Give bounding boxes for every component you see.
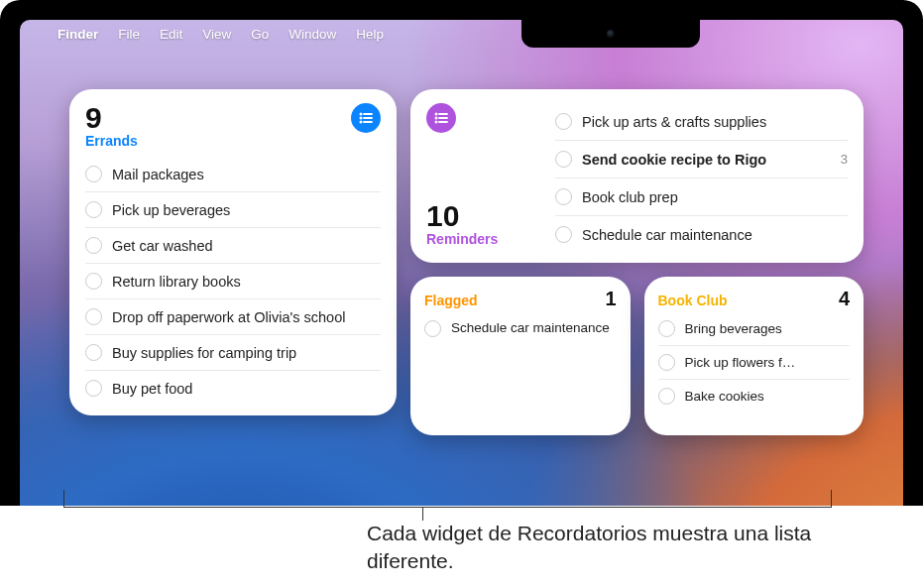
widget-header: 10 Reminders — [426, 103, 545, 253]
radio-icon[interactable] — [555, 188, 572, 205]
radio-icon[interactable] — [555, 226, 572, 243]
reminder-text: Buy pet food — [112, 381, 381, 397]
radio-icon[interactable] — [658, 320, 675, 337]
widgets-area: 9 Errands M — [69, 89, 864, 449]
bookclub-count: 4 — [839, 289, 850, 308]
reminder-item[interactable]: Bake cookies — [658, 380, 851, 412]
errands-count: 9 — [85, 103, 138, 133]
menubar-item-go[interactable]: Go — [251, 27, 269, 42]
svg-point-2 — [360, 117, 361, 118]
bookclub-list-name: Book Club — [658, 293, 728, 308]
svg-point-0 — [360, 113, 361, 114]
reminder-item[interactable]: Pick up arts & crafts supplies — [555, 103, 848, 141]
reminder-text: Mail packages — [112, 167, 381, 182]
desktop-wallpaper: Finder File Edit View Go Window Help 9 E… — [20, 20, 903, 506]
reminder-item[interactable]: Mail packages — [85, 157, 381, 192]
flagged-items: Schedule car maintenance — [424, 312, 617, 345]
reminder-text: Return library books — [112, 274, 381, 290]
reminder-item[interactable]: Send cookie recipe to Rigo3 — [555, 141, 848, 178]
radio-icon[interactable] — [85, 380, 102, 397]
radio-icon[interactable] — [85, 344, 102, 361]
menubar-item-view[interactable]: View — [202, 27, 231, 42]
widget-header: 9 Errands — [85, 103, 381, 149]
small-widgets-row: Flagged 1 Schedule car maintenance Book … — [410, 277, 864, 435]
reminder-text: Get car washed — [112, 238, 381, 254]
menubar-item-file[interactable]: File — [118, 27, 140, 42]
reminder-item[interactable]: Bring beverages — [658, 312, 851, 346]
widget-bookclub[interactable]: Book Club 4 Bring beverages Pick up flow… — [644, 277, 865, 435]
menubar-item-help[interactable]: Help — [356, 27, 384, 42]
device-frame: Finder File Edit View Go Window Help 9 E… — [0, 0, 923, 506]
reminder-item[interactable]: Return library books — [85, 264, 381, 299]
menubar-item-edit[interactable]: Edit — [160, 27, 182, 42]
widget-header: Book Club 4 — [658, 289, 851, 308]
subtask-count: 3 — [841, 152, 848, 167]
radio-icon[interactable] — [658, 354, 675, 371]
svg-point-10 — [435, 121, 436, 122]
reminder-text: Schedule car maintenance — [582, 227, 848, 243]
reminders-count: 10 — [426, 201, 545, 231]
camera-icon — [607, 30, 615, 38]
radio-icon[interactable] — [555, 151, 572, 168]
errands-list-name: Errands — [85, 133, 138, 149]
reminder-item[interactable]: Drop off paperwork at Olivia's school — [85, 299, 381, 335]
reminders-items: Pick up arts & crafts supplies Send cook… — [555, 103, 848, 253]
reminder-text: Drop off paperwork at Olivia's school — [112, 309, 381, 325]
reminder-text: Pick up beverages — [112, 202, 381, 218]
menubar: Finder File Edit View Go Window Help — [20, 20, 903, 48]
radio-icon[interactable] — [85, 201, 102, 218]
reminder-item[interactable]: Buy pet food — [85, 371, 381, 406]
caption-text: Cada widget de Recordatorios muestra una… — [367, 520, 864, 576]
menubar-item-window[interactable]: Window — [288, 27, 336, 42]
reminder-item[interactable]: Schedule car maintenance — [555, 216, 848, 253]
reminder-item[interactable]: Book club prep — [555, 178, 848, 216]
radio-icon[interactable] — [85, 273, 102, 290]
notch — [521, 20, 700, 48]
svg-point-6 — [435, 113, 436, 114]
svg-point-8 — [435, 117, 436, 118]
reminder-item[interactable]: Pick up flowers f… — [658, 346, 851, 380]
widget-flagged[interactable]: Flagged 1 Schedule car maintenance — [410, 277, 631, 435]
callout-stem — [422, 507, 423, 521]
reminder-text: Pick up flowers f… — [685, 355, 851, 370]
list-icon — [426, 103, 456, 133]
menubar-app-name[interactable]: Finder — [58, 27, 98, 42]
reminder-text: Bake cookies — [685, 389, 851, 404]
radio-icon[interactable] — [85, 308, 102, 325]
svg-point-4 — [360, 121, 361, 122]
reminder-text: Pick up arts & crafts supplies — [582, 114, 848, 130]
reminder-item[interactable]: Schedule car maintenance — [424, 312, 617, 345]
radio-icon[interactable] — [658, 388, 675, 405]
reminder-item[interactable]: Pick up beverages — [85, 192, 381, 228]
reminder-text: Send cookie recipe to Rigo — [582, 152, 831, 168]
bookclub-items: Bring beverages Pick up flowers f… Bake … — [658, 312, 851, 412]
widget-header: Flagged 1 — [424, 289, 617, 308]
reminder-text: Schedule car maintenance — [451, 320, 617, 337]
flagged-count: 1 — [605, 289, 616, 308]
widget-reminders[interactable]: 10 Reminders Pick up arts & crafts suppl… — [410, 89, 864, 263]
list-icon — [351, 103, 381, 133]
callout-bracket — [63, 490, 832, 508]
widget-errands[interactable]: 9 Errands M — [69, 89, 397, 415]
radio-icon[interactable] — [424, 320, 441, 337]
reminder-item[interactable]: Get car washed — [85, 228, 381, 264]
reminder-text: Book club prep — [582, 189, 848, 205]
errands-items: Mail packages Pick up beverages Get car … — [85, 157, 381, 406]
reminders-list-name: Reminders — [426, 231, 545, 247]
radio-icon[interactable] — [85, 237, 102, 254]
flagged-list-name: Flagged — [424, 293, 478, 308]
radio-icon[interactable] — [555, 113, 572, 130]
radio-icon[interactable] — [85, 166, 102, 182]
reminder-text: Buy supplies for camping trip — [112, 345, 381, 361]
reminder-text: Bring beverages — [685, 321, 851, 336]
reminder-item[interactable]: Buy supplies for camping trip — [85, 335, 381, 371]
